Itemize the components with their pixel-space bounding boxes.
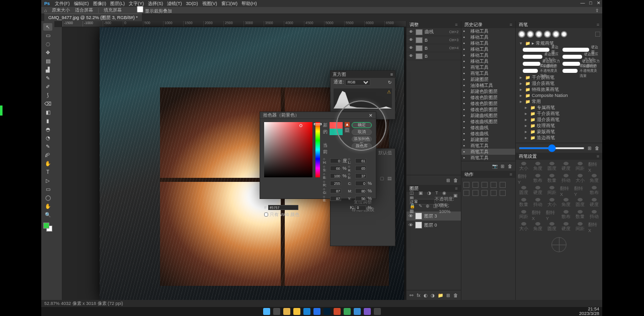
clone-transform-icons[interactable] xyxy=(463,190,514,196)
foreground-color-swatch[interactable] xyxy=(43,223,49,229)
color-library-button[interactable]: 颜色库 xyxy=(352,143,372,149)
brush-setting-cell[interactable]: 大小 xyxy=(518,222,530,232)
brush-setting-cell[interactable]: 数量 xyxy=(574,210,586,220)
saturation-value-picker[interactable] xyxy=(264,122,312,177)
taskbar-icon[interactable] xyxy=(293,308,300,315)
adjustment-row[interactable]: 👁曲线Ctrl+2 xyxy=(407,28,461,36)
maximize-button[interactable]: □ xyxy=(587,0,594,6)
fx-icon[interactable]: fx xyxy=(417,293,420,298)
brush-setting-cell[interactable]: 翻转 Y xyxy=(546,210,558,220)
brush-setting-cell[interactable]: 翻转 X xyxy=(588,162,600,172)
brush-folder[interactable]: ▸📁常用 xyxy=(518,98,600,104)
brush-setting-cell[interactable]: 散布 xyxy=(588,186,600,196)
history-step[interactable]: ▪修改曲线 xyxy=(461,125,516,131)
tool-button[interactable]: ◌ xyxy=(43,40,52,48)
camera-icon[interactable]: 📷 xyxy=(492,164,498,169)
websafe-warning-icon[interactable]: ◫ xyxy=(345,128,350,133)
sv-marker[interactable] xyxy=(299,124,302,127)
hue-slider[interactable] xyxy=(315,122,320,177)
adjustment-row[interactable]: 👁BCtrl+3 xyxy=(407,36,461,44)
history-step[interactable]: ▪修改色阶图层 xyxy=(461,94,516,100)
brush-preset-thumb[interactable] xyxy=(543,30,551,38)
brush-folder[interactable]: ▸📁特殊效果画笔 xyxy=(518,86,600,92)
taskbar-icon[interactable] xyxy=(364,308,371,315)
close-button[interactable]: ✕ xyxy=(595,0,602,6)
tool-button[interactable]: ⌫ xyxy=(43,100,52,108)
a-input[interactable] xyxy=(355,166,366,171)
brush-folder[interactable]: ▸📁湿介质画笔 xyxy=(518,80,600,86)
close-icon[interactable]: ✕ xyxy=(369,113,373,118)
brush-setting-cell[interactable]: 大小 xyxy=(574,174,586,184)
tool-button[interactable]: ⟆ xyxy=(43,91,52,99)
adjustment-layer-icon[interactable]: ◑ xyxy=(431,293,435,298)
history-step[interactable]: ▪新建图层 xyxy=(461,76,516,82)
trash-icon[interactable]: 🗑 xyxy=(508,164,512,169)
tool-button[interactable]: ▤ xyxy=(43,57,52,65)
panel-menu-icon[interactable]: ≡ xyxy=(390,72,393,77)
minimize-button[interactable]: — xyxy=(579,0,586,6)
tool-button[interactable]: ◓ xyxy=(43,126,52,133)
taskbar-icon[interactable] xyxy=(263,308,270,315)
fill-value[interactable]: 100% xyxy=(439,209,451,214)
brush-size-slider[interactable] xyxy=(519,147,585,149)
system-clock[interactable]: 21:54 2023/3/28 xyxy=(579,307,599,316)
color-swatches[interactable] xyxy=(43,223,52,232)
tool-button[interactable]: ▮ xyxy=(43,117,52,125)
brush-setting-cell[interactable]: 翻转 Y xyxy=(518,174,530,184)
tool-button[interactable]: ◯ xyxy=(43,194,52,201)
history-step[interactable]: ▪画笔工具 xyxy=(461,149,516,155)
history-step[interactable]: ▪修改曲线图层 xyxy=(461,119,516,125)
brush-setting-cell[interactable]: 硬度 xyxy=(560,162,572,172)
brush-setting-cell[interactable]: 硬度 xyxy=(532,186,544,196)
tool-button[interactable]: ✎ xyxy=(43,74,52,82)
b-input[interactable] xyxy=(330,173,341,178)
b2-input[interactable] xyxy=(330,196,341,201)
tool-button[interactable]: ✎ xyxy=(43,143,52,150)
brush-subfolder[interactable]: ▸📁干介质画笔 xyxy=(523,111,600,117)
trash-icon[interactable]: 🗑 xyxy=(595,146,599,151)
taskbar-icon[interactable] xyxy=(273,308,280,315)
menu-item[interactable]: 视图(V) xyxy=(202,1,217,6)
adjustment-row[interactable]: 👁BCtrl+4 xyxy=(407,44,461,52)
panel-menu-icon[interactable]: ≡ xyxy=(455,186,457,191)
history-step[interactable]: ▪新建色阶图层 xyxy=(461,88,516,94)
brush-setting-cell[interactable]: 圆度 xyxy=(518,186,530,196)
panel-menu-icon[interactable]: ≡ xyxy=(455,22,457,27)
brush-setting-cell[interactable]: 抖动 xyxy=(560,174,572,184)
history-step[interactable]: ▪新建曲线图层 xyxy=(461,113,516,119)
taskbar-icon[interactable] xyxy=(303,308,310,315)
new-layer-icon[interactable]: ⊞ xyxy=(446,293,450,298)
brush-subfolder[interactable]: ▸📁专属画笔 xyxy=(523,104,600,111)
brush-preset-thumb[interactable] xyxy=(560,31,568,38)
menu-item[interactable]: 帮助(H) xyxy=(242,1,257,6)
history-step[interactable]: ▪修改色阶图层 xyxy=(461,100,516,107)
add-swatch-button[interactable]: 添加到色板 xyxy=(352,136,372,142)
panel-menu-icon[interactable]: ≡ xyxy=(597,154,599,159)
tool-button[interactable]: ▭ xyxy=(43,185,52,193)
visibility-icon[interactable]: 👁 xyxy=(409,223,413,228)
brush-setting-cell[interactable]: 翻转 X xyxy=(560,186,572,196)
cancel-button[interactable]: 取消 xyxy=(352,129,372,135)
brush-setting-cell[interactable]: 散布 xyxy=(560,210,572,220)
tool-button[interactable]: 🔍 xyxy=(43,211,52,219)
history-step[interactable]: ▪油漆桶工具 xyxy=(461,82,516,88)
brush-setting-cell[interactable]: 翻转 X xyxy=(532,210,544,220)
history-step[interactable]: ▪移动工具 xyxy=(461,40,516,46)
folder-icon[interactable]: 📁 xyxy=(438,293,443,298)
brush-preset-thumb[interactable] xyxy=(552,30,560,38)
tool-button[interactable]: ▷ xyxy=(43,177,52,184)
brush-setting-cell[interactable]: 角度 xyxy=(588,174,600,184)
brush-setting-cell[interactable]: 数量 xyxy=(546,174,558,184)
visibility-icon[interactable]: 👁 xyxy=(409,38,414,42)
new-snapshot-icon[interactable]: ⊞ xyxy=(501,164,505,169)
tool-button[interactable]: ✋ xyxy=(43,202,52,210)
history-step[interactable]: ▪移动工具 xyxy=(461,34,516,40)
history-step[interactable]: ▪移动工具 xyxy=(461,52,516,58)
visibility-icon[interactable]: 👁 xyxy=(409,30,414,34)
taskbar-icon[interactable] xyxy=(324,308,331,315)
tool-button[interactable]: T xyxy=(43,168,52,176)
panel-menu-icon[interactable]: ≡ xyxy=(510,172,512,177)
document-tab[interactable]: GMQ_9477.jpg @ 52.2% (图层 3, RGB/8#) * xyxy=(44,14,142,22)
m-input[interactable] xyxy=(355,188,366,193)
history-step[interactable]: ▪移动工具 xyxy=(461,46,516,52)
